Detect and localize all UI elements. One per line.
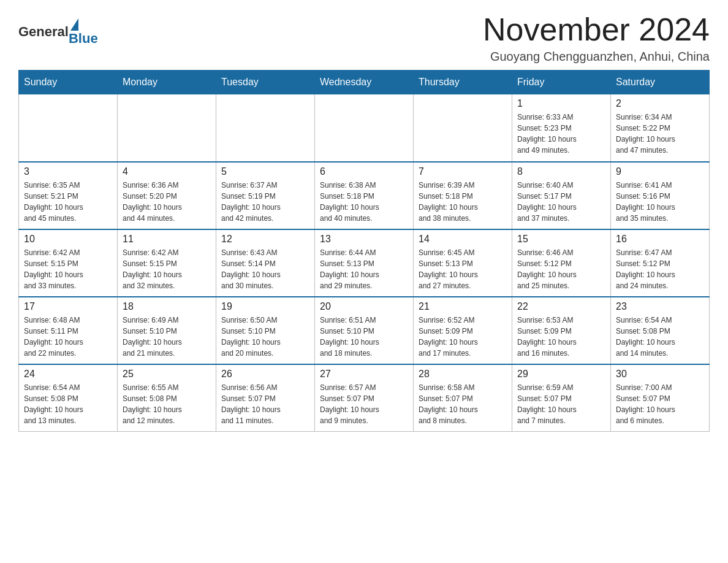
day-number: 17 [24, 301, 112, 312]
day-number: 6 [320, 166, 408, 177]
day-info: Sunrise: 6:53 AM Sunset: 5:09 PM Dayligh… [517, 315, 605, 359]
calendar-cell: 1Sunrise: 6:33 AM Sunset: 5:23 PM Daylig… [512, 94, 611, 162]
day-number: 2 [616, 98, 704, 109]
calendar-cell: 22Sunrise: 6:53 AM Sunset: 5:09 PM Dayli… [512, 297, 611, 364]
day-info: Sunrise: 6:51 AM Sunset: 5:10 PM Dayligh… [320, 315, 408, 359]
day-info: Sunrise: 6:57 AM Sunset: 5:07 PM Dayligh… [320, 382, 408, 426]
calendar-cell [414, 94, 512, 162]
calendar-cell: 24Sunrise: 6:54 AM Sunset: 5:08 PM Dayli… [19, 364, 118, 432]
page-header: General Blue November 2024 Guoyang Cheng… [18, 12, 710, 64]
calendar-cell [19, 94, 118, 162]
calendar-cell [216, 94, 315, 162]
calendar-cell: 5Sunrise: 6:37 AM Sunset: 5:19 PM Daylig… [216, 162, 315, 229]
day-number: 21 [419, 301, 507, 312]
weekday-header-saturday: Saturday [611, 71, 710, 94]
day-number: 3 [24, 166, 112, 177]
calendar-week-row: 1Sunrise: 6:33 AM Sunset: 5:23 PM Daylig… [19, 94, 710, 162]
calendar-cell: 8Sunrise: 6:40 AM Sunset: 5:17 PM Daylig… [512, 162, 611, 229]
calendar-cell [315, 94, 414, 162]
day-number: 24 [24, 369, 112, 380]
day-number: 11 [123, 234, 211, 245]
day-number: 10 [24, 234, 112, 245]
day-number: 25 [123, 369, 211, 380]
day-info: Sunrise: 6:38 AM Sunset: 5:18 PM Dayligh… [320, 180, 408, 224]
day-info: Sunrise: 6:45 AM Sunset: 5:13 PM Dayligh… [419, 247, 507, 291]
calendar-cell: 16Sunrise: 6:47 AM Sunset: 5:12 PM Dayli… [611, 229, 710, 297]
calendar-cell: 2Sunrise: 6:34 AM Sunset: 5:22 PM Daylig… [611, 94, 710, 162]
day-info: Sunrise: 6:35 AM Sunset: 5:21 PM Dayligh… [24, 180, 112, 224]
day-info: Sunrise: 6:40 AM Sunset: 5:17 PM Dayligh… [517, 180, 605, 224]
day-info: Sunrise: 6:48 AM Sunset: 5:11 PM Dayligh… [24, 315, 112, 359]
day-number: 7 [419, 166, 507, 177]
calendar-cell: 15Sunrise: 6:46 AM Sunset: 5:12 PM Dayli… [512, 229, 611, 297]
day-info: Sunrise: 6:34 AM Sunset: 5:22 PM Dayligh… [616, 112, 704, 156]
day-number: 19 [221, 301, 309, 312]
calendar-cell: 26Sunrise: 6:56 AM Sunset: 5:07 PM Dayli… [216, 364, 315, 432]
day-number: 30 [616, 369, 704, 380]
day-number: 13 [320, 234, 408, 245]
day-number: 20 [320, 301, 408, 312]
day-info: Sunrise: 6:49 AM Sunset: 5:10 PM Dayligh… [123, 315, 211, 359]
day-number: 29 [517, 369, 605, 380]
calendar-cell: 4Sunrise: 6:36 AM Sunset: 5:20 PM Daylig… [118, 162, 216, 229]
calendar-cell: 3Sunrise: 6:35 AM Sunset: 5:21 PM Daylig… [19, 162, 118, 229]
calendar-cell: 20Sunrise: 6:51 AM Sunset: 5:10 PM Dayli… [315, 297, 414, 364]
day-number: 15 [517, 234, 605, 245]
day-number: 28 [419, 369, 507, 380]
calendar-cell: 27Sunrise: 6:57 AM Sunset: 5:07 PM Dayli… [315, 364, 414, 432]
weekday-header-wednesday: Wednesday [315, 71, 414, 94]
day-number: 22 [517, 301, 605, 312]
calendar-cell: 14Sunrise: 6:45 AM Sunset: 5:13 PM Dayli… [414, 229, 512, 297]
calendar-cell: 29Sunrise: 6:59 AM Sunset: 5:07 PM Dayli… [512, 364, 611, 432]
weekday-header-row: SundayMondayTuesdayWednesdayThursdayFrid… [19, 71, 710, 94]
day-info: Sunrise: 6:42 AM Sunset: 5:15 PM Dayligh… [123, 247, 211, 291]
day-info: Sunrise: 6:52 AM Sunset: 5:09 PM Dayligh… [419, 315, 507, 359]
day-info: Sunrise: 6:56 AM Sunset: 5:07 PM Dayligh… [221, 382, 309, 426]
calendar-cell: 11Sunrise: 6:42 AM Sunset: 5:15 PM Dayli… [118, 229, 216, 297]
day-info: Sunrise: 6:59 AM Sunset: 5:07 PM Dayligh… [517, 382, 605, 426]
day-number: 1 [517, 98, 605, 109]
logo: General Blue [18, 18, 98, 45]
day-info: Sunrise: 6:44 AM Sunset: 5:13 PM Dayligh… [320, 247, 408, 291]
calendar-cell: 17Sunrise: 6:48 AM Sunset: 5:11 PM Dayli… [19, 297, 118, 364]
day-number: 16 [616, 234, 704, 245]
day-number: 23 [616, 301, 704, 312]
day-info: Sunrise: 6:55 AM Sunset: 5:08 PM Dayligh… [123, 382, 211, 426]
calendar-cell: 28Sunrise: 6:58 AM Sunset: 5:07 PM Dayli… [414, 364, 512, 432]
day-info: Sunrise: 6:47 AM Sunset: 5:12 PM Dayligh… [616, 247, 704, 291]
day-info: Sunrise: 6:41 AM Sunset: 5:16 PM Dayligh… [616, 180, 704, 224]
day-info: Sunrise: 6:54 AM Sunset: 5:08 PM Dayligh… [24, 382, 112, 426]
logo-blue-text: Blue [69, 32, 98, 45]
day-number: 14 [419, 234, 507, 245]
day-info: Sunrise: 6:36 AM Sunset: 5:20 PM Dayligh… [123, 180, 211, 224]
calendar-cell: 7Sunrise: 6:39 AM Sunset: 5:18 PM Daylig… [414, 162, 512, 229]
calendar-cell: 9Sunrise: 6:41 AM Sunset: 5:16 PM Daylig… [611, 162, 710, 229]
calendar-week-row: 3Sunrise: 6:35 AM Sunset: 5:21 PM Daylig… [19, 162, 710, 229]
location-title: Guoyang Chengguanzhen, Anhui, China [483, 50, 710, 64]
day-number: 18 [123, 301, 211, 312]
logo-blue-part: Blue [69, 18, 98, 45]
calendar-cell: 25Sunrise: 6:55 AM Sunset: 5:08 PM Dayli… [118, 364, 216, 432]
weekday-header-friday: Friday [512, 71, 611, 94]
logo-general-text: General [18, 24, 69, 40]
day-number: 9 [616, 166, 704, 177]
weekday-header-sunday: Sunday [19, 71, 118, 94]
day-info: Sunrise: 6:43 AM Sunset: 5:14 PM Dayligh… [221, 247, 309, 291]
calendar-week-row: 10Sunrise: 6:42 AM Sunset: 5:15 PM Dayli… [19, 229, 710, 297]
day-info: Sunrise: 6:58 AM Sunset: 5:07 PM Dayligh… [419, 382, 507, 426]
calendar-week-row: 17Sunrise: 6:48 AM Sunset: 5:11 PM Dayli… [19, 297, 710, 364]
calendar-cell: 23Sunrise: 6:54 AM Sunset: 5:08 PM Dayli… [611, 297, 710, 364]
day-info: Sunrise: 6:50 AM Sunset: 5:10 PM Dayligh… [221, 315, 309, 359]
day-info: Sunrise: 6:37 AM Sunset: 5:19 PM Dayligh… [221, 180, 309, 224]
calendar-cell [118, 94, 216, 162]
day-number: 27 [320, 369, 408, 380]
day-info: Sunrise: 7:00 AM Sunset: 5:07 PM Dayligh… [616, 382, 704, 426]
calendar-cell: 30Sunrise: 7:00 AM Sunset: 5:07 PM Dayli… [611, 364, 710, 432]
day-number: 12 [221, 234, 309, 245]
calendar-cell: 21Sunrise: 6:52 AM Sunset: 5:09 PM Dayli… [414, 297, 512, 364]
calendar-cell: 18Sunrise: 6:49 AM Sunset: 5:10 PM Dayli… [118, 297, 216, 364]
day-number: 5 [221, 166, 309, 177]
calendar-cell: 10Sunrise: 6:42 AM Sunset: 5:15 PM Dayli… [19, 229, 118, 297]
day-info: Sunrise: 6:33 AM Sunset: 5:23 PM Dayligh… [517, 112, 605, 156]
calendar-cell: 13Sunrise: 6:44 AM Sunset: 5:13 PM Dayli… [315, 229, 414, 297]
